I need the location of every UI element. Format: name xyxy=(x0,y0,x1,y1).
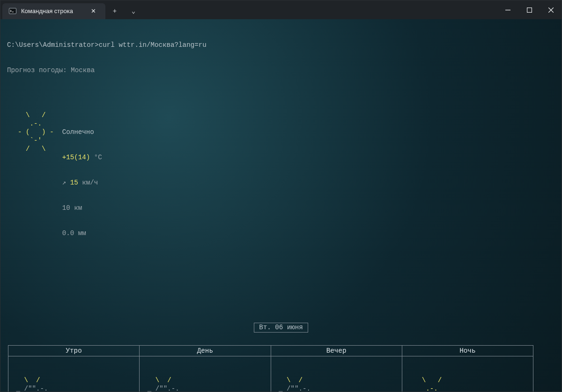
forecast-cell: \ / _ /"".-. \_( ). /(___(__) Переменная… xyxy=(271,356,402,392)
tab-title: Командная строка xyxy=(21,7,73,15)
current-conditions: \ / .-. - ( ) - `-' / \ Солнечно +15(14)… xyxy=(10,111,555,254)
close-button[interactable] xyxy=(540,0,562,19)
tab-close-button[interactable]: ✕ xyxy=(88,6,99,16)
new-tab-button[interactable]: + xyxy=(105,3,124,19)
terminal-body[interactable]: C:\Users\Administrator>curl wttr.in/Моск… xyxy=(0,19,562,392)
weather-icon: \ / _ /"".-. \_( ). /(___(__) xyxy=(12,376,64,392)
current-temp: +15 xyxy=(62,154,74,161)
svg-rect-1 xyxy=(527,7,532,12)
titlebar: Командная строка ✕ + ⌄ xyxy=(0,0,562,19)
window-controls xyxy=(497,0,562,19)
tab-dropdown-button[interactable]: ⌄ xyxy=(124,3,143,19)
current-info: Солнечно +15(14) °C ↗ 15 км/ч 10 км 0.0 … xyxy=(62,111,555,254)
weather-icon: \ / .-. - ( ) - `-' / \ xyxy=(406,376,458,392)
period-header: Утро xyxy=(8,346,140,356)
period-header: Ночь xyxy=(402,346,533,356)
sun-icon: \ / .-. - ( ) - `-' / \ xyxy=(10,111,54,254)
date-label: Вт. 06 июня xyxy=(254,323,308,333)
forecast-header: Прогноз погоды: Москва xyxy=(7,66,555,74)
day-forecast: Вт. 06 июня УтроДеньВечерНочь \ / _ /"".… xyxy=(8,306,554,392)
svg-rect-0 xyxy=(9,8,16,14)
minimize-button[interactable] xyxy=(497,0,518,19)
prompt: C:\Users\Administrator> xyxy=(7,41,99,49)
forecast-cell: \ / _ /"".-. \_( ). /(___(__) Переменная… xyxy=(8,356,140,392)
weather-icon: \ / _ /"".-. \_( ). /(___(__) xyxy=(275,376,326,392)
forecast-cell: \ / .-. - ( ) - `-' / \ Солнечно 16 °C ↘… xyxy=(402,356,533,392)
maximize-button[interactable] xyxy=(518,0,540,19)
command-text: curl wttr.in/Москва?lang=ru xyxy=(99,41,207,49)
terminal-tab[interactable]: Командная строка ✕ xyxy=(2,3,105,19)
forecast-cell: \ / _ /"".-. \_( ). /(___(__) Переменная… xyxy=(140,356,271,392)
weather-icon: \ / _ /"".-. \_( ). /(___(__) xyxy=(143,376,195,392)
terminal-icon xyxy=(9,7,16,15)
period-header: День xyxy=(140,346,271,356)
current-cond: Солнечно xyxy=(62,128,555,136)
forecast-table: УтроДеньВечерНочь \ / _ /"".-. \_( ). /(… xyxy=(8,345,533,392)
period-header: Вечер xyxy=(271,346,402,356)
